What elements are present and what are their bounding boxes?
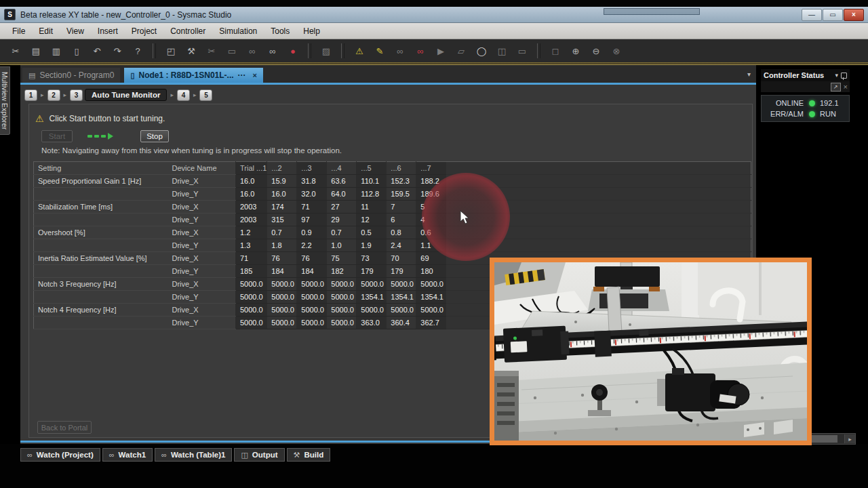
tab-close-icon[interactable]: × bbox=[253, 71, 257, 79]
window-icon[interactable]: ◰ bbox=[162, 43, 180, 58]
setting-cell bbox=[34, 265, 168, 278]
menu-controller[interactable]: Controller bbox=[163, 24, 212, 38]
search-icon[interactable]: ∞ bbox=[264, 43, 281, 58]
watch-window-icon[interactable]: ∞ bbox=[391, 43, 409, 58]
table-row[interactable]: Speed Proportional Gain 1 [Hz]Drive_X16.… bbox=[34, 175, 751, 188]
menu-simulation[interactable]: Simulation bbox=[212, 24, 264, 38]
value-cell: 152.3 bbox=[387, 175, 416, 188]
scrollbar-thumb[interactable] bbox=[808, 435, 837, 443]
value-cell: 11 bbox=[357, 201, 387, 214]
stop-button[interactable]: Stop bbox=[140, 130, 169, 142]
zoom-reset-icon[interactable]: ⊗ bbox=[608, 43, 625, 58]
value-cell: 69 bbox=[416, 252, 446, 265]
table-row[interactable]: Drive_Y16.016.032.064.0112.8159.5189.6 bbox=[34, 188, 751, 201]
back-to-portal-button[interactable]: Back to Portal bbox=[37, 421, 92, 434]
expand-icon[interactable]: ↗ bbox=[831, 83, 841, 92]
value-cell: 5000.0 bbox=[327, 317, 357, 329]
tab-output[interactable]: ◫ Output bbox=[234, 448, 284, 462]
multiview-explorer-tab[interactable]: Multiview Explorer bbox=[0, 66, 10, 135]
start-button[interactable]: Start bbox=[41, 130, 73, 142]
chevron-right-icon: ▸ bbox=[64, 92, 67, 98]
menu-project[interactable]: Project bbox=[125, 24, 163, 38]
build-icon[interactable]: ⚒ bbox=[182, 43, 200, 58]
tab-watch1[interactable]: ∞ Watch1 bbox=[102, 448, 153, 462]
scroll-right-arrow-icon[interactable]: ▸ bbox=[844, 434, 855, 443]
value-cell: 5000.0 bbox=[297, 317, 327, 329]
restore-button[interactable]: ▭ bbox=[823, 9, 843, 21]
delete-icon[interactable]: ▯ bbox=[68, 43, 85, 58]
monitor2-icon[interactable]: ▭ bbox=[513, 43, 531, 58]
step-2-button[interactable]: 2 bbox=[47, 89, 60, 101]
watch-icon[interactable]: ∞ bbox=[243, 43, 261, 58]
tab-watch-table1[interactable]: ∞ Watch (Table)1 bbox=[155, 448, 232, 462]
bottom-tab-strip: ∞ Watch (Project) ∞ Watch1 ∞ Watch (Tabl… bbox=[20, 448, 330, 462]
value-cell: 182 bbox=[327, 265, 357, 278]
menu-help[interactable]: Help bbox=[296, 24, 327, 38]
value-cell: 5 bbox=[416, 201, 446, 214]
menu-insert[interactable]: Insert bbox=[91, 24, 125, 38]
fit-selection-icon[interactable]: ◻ bbox=[547, 43, 564, 58]
tab-watch-project[interactable]: ∞ Watch (Project) bbox=[20, 448, 100, 462]
value-cell: 5000.0 bbox=[327, 291, 357, 304]
record-icon[interactable]: ◯ bbox=[473, 43, 490, 58]
pin-icon[interactable] bbox=[841, 73, 847, 79]
step-1-button[interactable]: 1 bbox=[24, 89, 37, 101]
filler-cell bbox=[446, 175, 751, 188]
table-row[interactable]: Drive_Y200331597291264 bbox=[34, 214, 751, 226]
step-4-button[interactable]: 4 bbox=[177, 89, 190, 101]
tab-section0-program0[interactable]: ▤ Section0 - Program0 bbox=[22, 68, 120, 83]
value-cell: 2003 bbox=[236, 214, 267, 226]
cut-icon[interactable]: ✂ bbox=[7, 43, 24, 58]
value-cell: 5000.0 bbox=[297, 278, 327, 291]
value-cell: 32.0 bbox=[297, 188, 327, 201]
close-button[interactable]: × bbox=[844, 9, 864, 21]
step-3-active[interactable]: 3 Auto Tune Monitor bbox=[70, 89, 167, 101]
menu-tools[interactable]: Tools bbox=[264, 24, 296, 38]
minimize-button[interactable]: — bbox=[802, 9, 822, 21]
arrow-head bbox=[108, 133, 113, 140]
tab-node1-drive[interactable]: ▯ Node1 : R88D-1SN01L-... ··· × bbox=[124, 68, 263, 83]
monitor-icon[interactable]: ▭ bbox=[223, 43, 241, 58]
filler-cell bbox=[446, 188, 751, 201]
chevron-down-icon[interactable]: ▾ bbox=[835, 72, 838, 79]
table-row[interactable]: Drive_Y1.31.82.21.01.92.41.1 bbox=[34, 239, 751, 252]
step-3-button[interactable]: 3 bbox=[70, 89, 83, 101]
tab-build[interactable]: ⚒ Build bbox=[287, 448, 331, 462]
tab-list-caret-icon[interactable]: ▾ bbox=[747, 70, 751, 78]
menu-file[interactable]: File bbox=[5, 24, 32, 38]
wizard-breadcrumb: 1 ▸ 2 ▸ 3 Auto Tune Monitor ▸ 4 ▸ 5 bbox=[24, 87, 212, 102]
warning-icon[interactable]: ⚠ bbox=[351, 43, 368, 58]
step-5-button[interactable]: 5 bbox=[199, 89, 212, 101]
setting-cell bbox=[34, 239, 168, 252]
editor-icon[interactable]: ▨ bbox=[317, 43, 335, 58]
header-device: Device Name bbox=[168, 162, 236, 175]
warning-row: ⚠ Click Start button to start tuning. bbox=[35, 113, 165, 124]
paste-icon[interactable]: ▥ bbox=[47, 43, 65, 58]
run-icon[interactable]: ▶ bbox=[432, 43, 450, 58]
menu-edit[interactable]: Edit bbox=[32, 24, 60, 38]
value-cell: 363.0 bbox=[357, 317, 387, 329]
abort-icon[interactable]: ● bbox=[284, 43, 302, 58]
setting-cell bbox=[34, 188, 168, 201]
header-filler bbox=[446, 162, 751, 175]
redo-icon[interactable]: ↷ bbox=[108, 43, 126, 58]
watch-alarm-icon[interactable]: ∞ bbox=[412, 43, 429, 58]
undo-icon[interactable]: ↶ bbox=[88, 43, 106, 58]
pages-icon[interactable]: ▱ bbox=[452, 43, 470, 58]
table-row[interactable]: Stabilization Time [ms]Drive_X2003174712… bbox=[34, 201, 751, 214]
value-cell: 362.7 bbox=[416, 317, 446, 329]
copy-icon[interactable]: ▤ bbox=[27, 43, 45, 58]
menu-view[interactable]: View bbox=[60, 24, 91, 38]
device-cell: Drive_X bbox=[168, 201, 236, 214]
value-cell: 0.7 bbox=[267, 226, 297, 239]
value-cell: 2.4 bbox=[387, 239, 416, 252]
zoom-in-icon[interactable]: ⊕ bbox=[567, 43, 585, 58]
help-icon[interactable]: ? bbox=[129, 43, 146, 58]
rebuild-icon[interactable]: ✂ bbox=[203, 43, 220, 58]
table-row[interactable]: Overshoot [%]Drive_X1.20.70.90.70.50.80.… bbox=[34, 226, 751, 239]
edit-pencil-icon[interactable]: ✎ bbox=[371, 43, 389, 58]
close-icon[interactable]: × bbox=[844, 83, 848, 91]
monitors-icon[interactable]: ◫ bbox=[493, 43, 511, 58]
controller-status-panel: Controller Status ▾ ↗ × ONLINE 192.1 ERR… bbox=[761, 69, 850, 122]
zoom-out-icon[interactable]: ⊖ bbox=[587, 43, 605, 58]
